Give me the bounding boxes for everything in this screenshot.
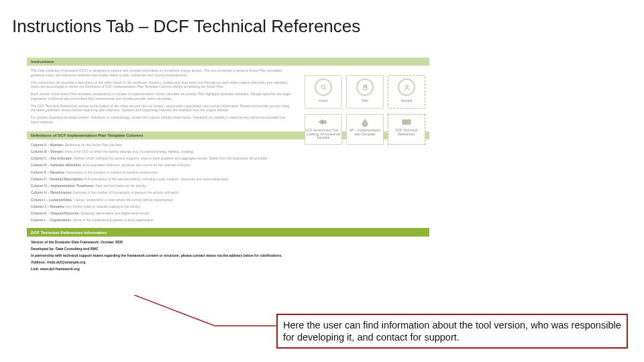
clipboard-icon [356,78,374,96]
drop-icon [360,117,370,127]
tile-label: Sample [401,99,413,103]
person-icon [398,78,415,96]
instructions-p1: The Data Collection Framework (DCF) is d… [31,68,292,78]
list-item: Column K – Outputs/Outcome: Expected del… [31,210,425,217]
instructions-body: The Data Collection Framework (DCF) is d… [27,66,295,130]
tile-action: Action [305,75,342,109]
callout-box: Here the user can find information about… [276,314,628,349]
document-screenshot: Instructions The Data Collection Framewo… [27,56,429,311]
tile-label: AP – Implementation plan Template [347,129,383,136]
tile-row-bottom: DCF Assessment Tool – Cooking, All-house… [305,114,425,145]
techref-developed-by: Developed by: Data Consulting and RMC [31,246,425,251]
book-icon [401,117,412,127]
callout-text: Here the user can find information about… [283,320,621,343]
svg-point-0 [321,84,325,88]
list-item: Column J – Remarks: Any further notes or… [31,203,425,210]
list-item: Column F – Detailed Description: Full de… [31,176,425,182]
instructions-p3: Each section of the Action Plan template… [31,92,292,101]
svg-rect-6 [323,121,326,123]
section-header-instructions: Instructions [27,58,429,66]
techref-partnership: In partnership with technical support te… [31,253,425,258]
list-item: Column E – Baseline: Description of the … [31,169,425,176]
list-item: Column C – Key Indicator: Defines which … [31,155,425,162]
list-item: Column G – Implementation Timeframe: Sta… [31,182,425,189]
list-item: Column L – Organization: Name of the imp… [31,217,425,223]
tile-label: DCF Technical References [388,129,425,136]
techref-version: Version of the Domestic Data Framework: … [31,239,425,245]
techref-address: Address: rmdc.dcf@example.org [31,259,425,265]
tile-sample: Sample [388,75,425,109]
techref-body: Version of the Domestic Data Framework: … [27,237,429,277]
list-item: Column I – Location/Sites: Camps, settle… [31,196,425,203]
tile-row-top: Action Risk Sample [305,75,425,109]
instructions-p2: The Instructions tab provides a descript… [31,80,292,90]
tile-assessment: DCF Assessment Tool – Cooking, All-house… [305,114,342,145]
list-item: Column H – Beneficiaries: Estimate of th… [31,189,425,196]
page-title: Instructions Tab – DCF Technical Referen… [12,16,360,37]
magnifier-icon [315,78,332,96]
tile-label: DCF Assessment Tool – Cooking, All-house… [305,129,341,140]
techref-link: Link: www.dcf-framework.org [31,266,425,272]
tile-label: Risk [362,99,368,103]
instructions-p5: For queries regarding template content, … [31,115,292,125]
section-header-techref: DCF Technical References Information [27,228,429,237]
tile-label: Action [319,99,328,103]
tile-action-plan: AP – Implementation plan Template [346,114,384,145]
svg-line-1 [324,88,326,90]
svg-point-5 [405,84,408,87]
megaphone-icon [318,117,329,127]
tile-risk: Risk [346,75,384,109]
list-item: Column D – Indicator definition: Auto-po… [31,162,425,168]
column-definitions: Column A – Number: Reference for the Act… [27,139,429,227]
list-item: Column B – Domain: Area of the DCF to wh… [31,148,425,155]
instructions-p4: The DCF Technical References section at … [31,104,292,113]
tile-tech-ref: DCF Technical References [388,114,425,145]
